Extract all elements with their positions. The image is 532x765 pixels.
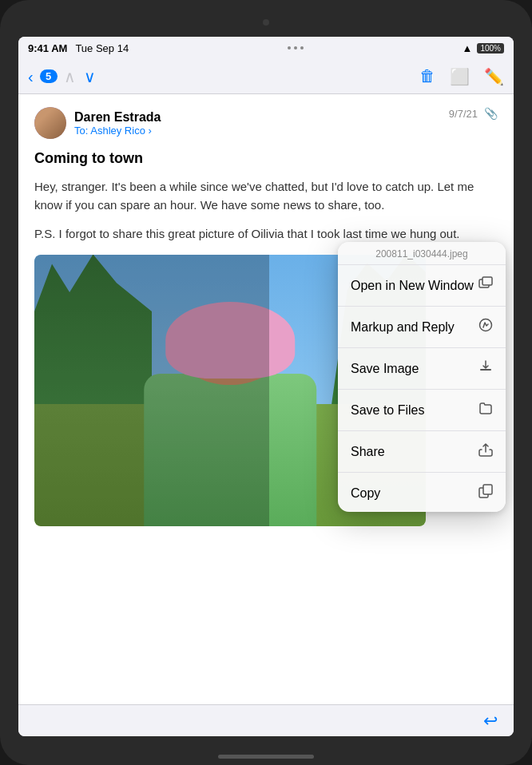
email-meta-right: 9/7/21 📎	[449, 107, 498, 120]
email-body-paragraph1: Hey, stranger. It's been a while since w…	[34, 178, 498, 214]
toolbar-right: 🗑 ⬜ ✏️	[419, 67, 504, 86]
battery-icon: 100%	[477, 43, 504, 54]
chevron-right-icon: ›	[149, 125, 152, 137]
arrow-up-button[interactable]: ∧	[64, 67, 76, 86]
menu-divider-5	[338, 472, 506, 473]
wifi-icon: ▲	[463, 42, 473, 54]
email-header: Daren Estrada To: Ashley Rico › 9/7/21 📎	[34, 107, 498, 139]
avatar	[34, 107, 66, 139]
email-body-paragraph2: P.S. I forgot to share this great pictur…	[34, 225, 498, 244]
sender-name: Daren Estrada	[74, 110, 161, 125]
menu-item-save-to-files[interactable]: Save to Files	[338, 391, 506, 429]
email-bottom-bar: ↩	[18, 704, 514, 736]
sender-to-label[interactable]: To: Ashley Rico	[74, 125, 145, 137]
toolbar-left: ‹ 5 ∧ ∨	[28, 67, 96, 86]
camera	[263, 19, 269, 26]
email-toolbar: ‹ 5 ∧ ∨ 🗑 ⬜ ✏️	[18, 59, 514, 94]
sender-info: Daren Estrada To: Ashley Rico ›	[34, 107, 161, 139]
context-menu: 200811_i030444.jpeg Open in New Window	[338, 242, 506, 512]
menu-divider-4	[338, 430, 506, 431]
menu-item-markup-reply-label: Markup and Reply	[351, 320, 455, 335]
trash-icon[interactable]: 🗑	[419, 67, 435, 85]
status-time: 9:41 AM	[28, 42, 67, 54]
svg-rect-3	[480, 369, 491, 371]
chevron-left-icon: ‹	[28, 69, 34, 85]
menu-item-share[interactable]: Share	[338, 433, 506, 470]
menu-item-save-image[interactable]: Save Image	[338, 350, 506, 387]
email-date: 9/7/21	[449, 108, 478, 120]
markup-reply-icon	[478, 318, 493, 336]
home-indicator[interactable]	[218, 755, 314, 759]
message-count-badge: 5	[40, 69, 58, 83]
email-subject: Coming to town	[34, 150, 498, 167]
menu-item-open-new-window[interactable]: Open in New Window	[338, 267, 506, 304]
dot2	[294, 46, 297, 50]
menu-divider-3	[338, 389, 506, 390]
nav-arrows: ∧ ∨	[64, 67, 96, 86]
status-bar: 9:41 AM Tue Sep 14 ▲ 100%	[18, 37, 514, 59]
menu-item-copy[interactable]: Copy	[338, 474, 506, 512]
menu-item-save-to-files-label: Save to Files	[351, 403, 424, 418]
compose-icon[interactable]: ✏️	[484, 67, 504, 86]
sender-to: To: Ashley Rico ›	[74, 125, 161, 137]
email-content: Daren Estrada To: Ashley Rico › 9/7/21 📎…	[18, 94, 514, 704]
menu-divider-1	[338, 306, 506, 307]
photo-overlay	[34, 255, 269, 526]
save-to-files-icon	[478, 401, 493, 419]
menu-divider-2	[338, 347, 506, 348]
reply-button[interactable]: ↩	[483, 711, 498, 731]
context-menu-filename: 200811_i030444.jpeg	[338, 242, 506, 263]
menu-item-share-label: Share	[351, 445, 385, 459]
menu-item-save-image-label: Save Image	[351, 362, 419, 376]
svg-rect-5	[483, 485, 492, 494]
svg-rect-1	[482, 277, 492, 285]
save-image-icon	[478, 359, 493, 378]
back-button[interactable]: ‹	[28, 69, 34, 85]
menu-item-markup-reply[interactable]: Markup and Reply	[338, 308, 506, 346]
menu-divider-top	[338, 264, 506, 265]
open-new-window-icon	[478, 276, 493, 295]
arrow-down-button[interactable]: ∨	[84, 67, 96, 86]
menu-item-copy-label: Copy	[351, 486, 380, 501]
dot1	[288, 46, 291, 50]
folder-icon[interactable]: ⬜	[450, 67, 470, 86]
attachment-icon: 📎	[484, 107, 498, 120]
dot3	[300, 46, 304, 50]
copy-icon	[478, 484, 493, 502]
share-icon	[478, 442, 493, 461]
menu-item-open-new-window-label: Open in New Window	[351, 279, 474, 293]
status-date: Tue Sep 14	[75, 42, 129, 54]
